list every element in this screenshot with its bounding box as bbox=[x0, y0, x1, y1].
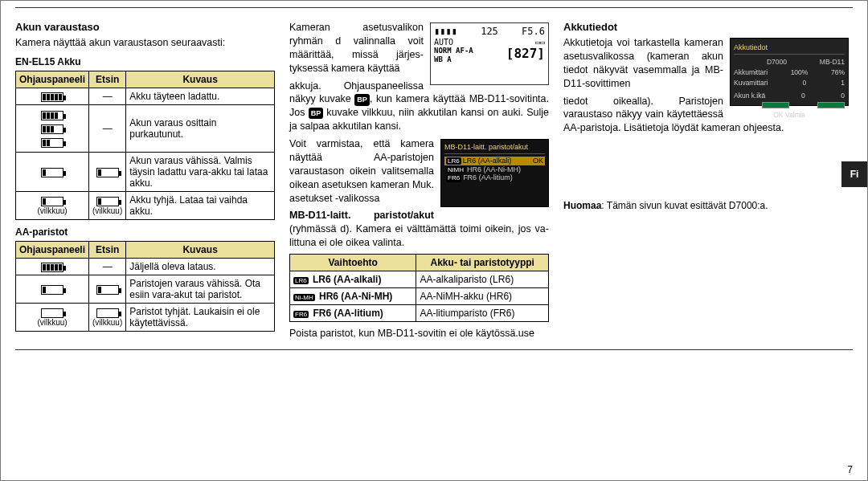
table-row: Akun varaus vähissä. Valmis täysin ladat… bbox=[16, 152, 275, 191]
option-name: LR6 (AA-alkali) bbox=[313, 274, 381, 285]
table-battery-type: Vaihtoehto Akku- tai paristotyyppi LR6 L… bbox=[289, 254, 549, 322]
cell-dash: — bbox=[89, 88, 126, 104]
page-number: 7 bbox=[847, 464, 853, 475]
manual-page: Fi Akun varaustaso Kamera näyttää akun v… bbox=[0, 0, 868, 481]
blink-label: (vilkkuu) bbox=[92, 318, 122, 327]
battery-icon bbox=[41, 263, 63, 272]
battery-icon bbox=[41, 92, 63, 102]
battery-icon bbox=[41, 138, 63, 148]
lcd-panel-figure: ▮▮▮▮125F5.6 AUTO▭▭ NORM AF-AWB A[827] bbox=[430, 22, 549, 85]
mbd-label: MB-D11-laitt. paristot/akut bbox=[289, 210, 434, 221]
text: kuvake vilkkuu, niin akkutilan kansi on … bbox=[289, 107, 549, 132]
option-desc: AA-alkaliparisto (LR6) bbox=[416, 271, 549, 288]
battery-icon bbox=[96, 285, 119, 295]
battery-icon bbox=[41, 124, 63, 134]
th-ohj: Ohjauspaneeli bbox=[16, 241, 89, 258]
heading-akkutiedot: Akkutiedot bbox=[563, 21, 849, 33]
blink-label: (vilkkuu) bbox=[92, 206, 122, 215]
table-aa: Ohjauspaneeli Etsin Kuvaus — Jäljellä ol… bbox=[15, 241, 275, 332]
table-row: Paristojen varaus vähissä. Ota esiin var… bbox=[16, 275, 275, 303]
blink-label: (vilkkuu) bbox=[19, 206, 85, 215]
rule-bottom bbox=[15, 349, 853, 350]
th-vaihto: Vaihtoehto bbox=[290, 255, 416, 271]
table-row: FR6 FR6 (AA-litium)AA-litiumparisto (FR6… bbox=[290, 305, 549, 322]
battery-icon bbox=[41, 197, 63, 206]
cell-dash: — bbox=[89, 258, 126, 275]
option-desc: AA-litiumparisto (FR6) bbox=[416, 305, 549, 322]
battery-icon bbox=[41, 111, 63, 120]
th-kuvaus: Kuvaus bbox=[126, 71, 275, 88]
battery-icon bbox=[41, 285, 63, 295]
th-etsin: Etsin bbox=[89, 71, 126, 88]
battery-icon bbox=[96, 168, 119, 177]
p-intro: Kamera näyttää akun varaustason seuraava… bbox=[15, 36, 275, 50]
code-icon: FR6 bbox=[293, 311, 309, 318]
th-kuvaus: Kuvaus bbox=[126, 241, 275, 258]
code-icon: LR6 bbox=[293, 277, 309, 284]
info-panel-figure: Akkutiedot D7000MB-D11 Akkumittari100%76… bbox=[730, 38, 849, 106]
option-name: FR6 (AA-litium) bbox=[313, 308, 383, 319]
th-etsin: Etsin bbox=[89, 241, 126, 258]
p-remove: Poista paristot, kun MB-D11-sovitin ei o… bbox=[289, 327, 549, 340]
blink-label: (vilkkuu) bbox=[19, 318, 85, 327]
table-row: Ni-MH HR6 (AA-Ni-MH)AA-NiMH-akku (HR6) bbox=[290, 288, 549, 305]
cell-desc: Akku tyhjä. Lataa tai vaihda akku. bbox=[126, 191, 275, 219]
heading-aa: AA-paristot bbox=[15, 226, 275, 238]
panel-ok: OK Valmis bbox=[734, 111, 845, 120]
cell-dash: — bbox=[89, 104, 126, 152]
table-row: — Jäljellä oleva lataus. bbox=[16, 258, 275, 275]
col-3: Akkutiedot Akkutiedot D7000MB-D11 Akkumi… bbox=[563, 21, 849, 344]
panel-title: Akkutiedot bbox=[734, 43, 845, 55]
table-row: (vilkkuu) (vilkkuu) Paristot tyhjät. Lau… bbox=[16, 303, 275, 331]
battery-icon bbox=[41, 308, 63, 318]
cell-desc: Akun varaus vähissä. Valmis täysin ladat… bbox=[126, 152, 275, 191]
p-mbd: MB-D11-laitt. paristot/akut (ryhmässä d)… bbox=[289, 209, 549, 250]
cell-desc: Paristojen varaus vähissä. Ota esiin var… bbox=[126, 275, 275, 303]
heading-battery-level: Akun varaustaso bbox=[15, 21, 275, 33]
note: Huomaa: Tämän sivun kuvat esittävät D700… bbox=[563, 199, 849, 212]
columns: Akun varaustaso Kamera näyttää akun vara… bbox=[15, 21, 853, 344]
col-2: ▮▮▮▮125F5.6 AUTO▭▭ NORM AF-AWB A[827] Ka… bbox=[289, 21, 549, 344]
table-row: — Akku täyteen ladattu. bbox=[16, 88, 275, 104]
th-tyyppi: Akku- tai paristotyyppi bbox=[416, 255, 549, 271]
note-text: : Tämän sivun kuvat esittävät D7000:a. bbox=[601, 200, 768, 211]
text: (ryhmässä d). Kamera ei välttämättä toim… bbox=[289, 223, 549, 248]
cell-desc: Paristot tyhjät. Laukaisin ei ole käytet… bbox=[126, 303, 275, 331]
th-ohj: Ohjauspaneeli bbox=[16, 71, 89, 88]
cell-desc: Jäljellä oleva lataus. bbox=[126, 258, 275, 275]
battery-icon bbox=[41, 168, 63, 177]
battery-icon bbox=[96, 197, 119, 206]
code-icon: Ni-MH bbox=[293, 294, 315, 301]
option-desc: AA-NiMH-akku (HR6) bbox=[416, 288, 549, 305]
p-bp: akkuja. Ohjauspaneelissa näkyy kuvake BP… bbox=[289, 79, 549, 134]
menu-figure: MB-D11-laitt. paristot/akut LR6LR6 (AA-a… bbox=[440, 139, 549, 207]
bp-icon: BP bbox=[354, 94, 370, 105]
cell-desc: Akku täyteen ladattu. bbox=[126, 88, 275, 104]
lang-tab: Fi bbox=[841, 161, 867, 187]
rule-top bbox=[15, 7, 853, 8]
col-1: Akun varaustaso Kamera näyttää akun vara… bbox=[15, 21, 275, 344]
option-name: HR6 (AA-Ni-MH) bbox=[319, 291, 392, 302]
cell-desc: Akun varaus osittain purkautunut. bbox=[126, 104, 275, 152]
menu-title: MB-D11-laitt. paristot/akut bbox=[444, 143, 545, 154]
battery-icon bbox=[96, 308, 119, 318]
table-row: (vilkkuu) (vilkkuu) Akku tyhjä. Lataa ta… bbox=[16, 191, 275, 219]
table-enel15: Ohjauspaneeli Etsin Kuvaus — Akku täytee… bbox=[15, 71, 275, 220]
note-label: Huomaa bbox=[563, 200, 601, 211]
table-row: LR6 LR6 (AA-alkali)AA-alkaliparisto (LR6… bbox=[290, 271, 549, 288]
heading-enel15: EN-EL15 Akku bbox=[15, 56, 275, 67]
bp-icon: BP bbox=[309, 108, 324, 119]
